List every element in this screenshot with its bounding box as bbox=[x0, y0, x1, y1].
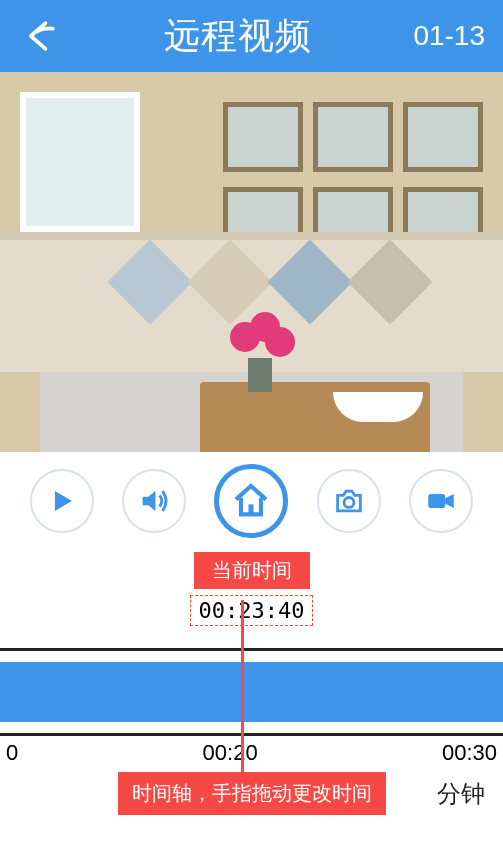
header-date: 01-13 bbox=[413, 20, 485, 52]
current-time-value: 00:23:40 bbox=[190, 595, 314, 626]
tick-label: 00:20 bbox=[203, 740, 258, 766]
timeline-ticks: 0 00:20 00:30 bbox=[0, 736, 503, 766]
play-button[interactable] bbox=[30, 469, 94, 533]
tick-label: 0 bbox=[6, 740, 18, 766]
scene-frame bbox=[313, 102, 393, 172]
svg-rect-2 bbox=[428, 494, 445, 508]
header-bar: 远程视频 01-13 bbox=[0, 0, 503, 72]
back-button[interactable] bbox=[18, 14, 62, 58]
home-button[interactable] bbox=[214, 464, 288, 538]
timeline-unit: 分钟 bbox=[437, 778, 485, 810]
back-icon bbox=[18, 14, 62, 58]
record-button[interactable] bbox=[409, 469, 473, 533]
timeline-fill bbox=[0, 662, 503, 722]
control-bar bbox=[0, 452, 503, 546]
scene-flowers bbox=[230, 322, 290, 392]
video-feed[interactable] bbox=[0, 72, 503, 452]
home-icon bbox=[231, 481, 271, 521]
speaker-icon bbox=[137, 484, 171, 518]
scene-frame bbox=[223, 102, 303, 172]
timeline-hint: 时间轴，手指拖动更改时间 bbox=[118, 772, 386, 815]
svg-rect-0 bbox=[249, 504, 254, 514]
svg-point-1 bbox=[344, 497, 354, 507]
sound-button[interactable] bbox=[122, 469, 186, 533]
camera-icon bbox=[332, 484, 366, 518]
timeline-playhead[interactable] bbox=[241, 600, 244, 780]
scene-window bbox=[20, 92, 140, 232]
page-title: 远程视频 bbox=[164, 12, 312, 61]
video-icon bbox=[424, 484, 458, 518]
current-time-label: 当前时间 bbox=[194, 552, 310, 589]
scene-frame bbox=[403, 102, 483, 172]
snapshot-button[interactable] bbox=[317, 469, 381, 533]
time-section: 当前时间 00:23:40 0 00:20 00:30 时间轴，手指拖动更改时间… bbox=[0, 546, 503, 815]
timeline-scrubber[interactable] bbox=[0, 648, 503, 736]
play-icon bbox=[45, 484, 79, 518]
tick-label: 00:30 bbox=[442, 740, 497, 766]
timeline-wrap bbox=[0, 648, 503, 736]
